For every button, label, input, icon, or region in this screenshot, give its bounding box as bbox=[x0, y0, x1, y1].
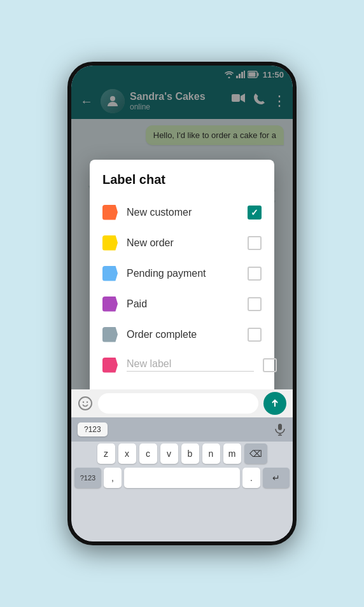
phone-frame: 11:50 ← Sandra's Cakes online bbox=[67, 62, 297, 545]
phone-screen: 11:50 ← Sandra's Cakes online bbox=[71, 66, 293, 541]
key-enter[interactable]: ↵ bbox=[263, 468, 290, 488]
key-z[interactable]: z bbox=[97, 443, 115, 464]
keyboard-special-key[interactable]: ?123 bbox=[78, 422, 108, 436]
key-c[interactable]: c bbox=[139, 443, 157, 464]
label-color-icon bbox=[102, 358, 118, 373]
label-list: New customer New order Pending payment bbox=[90, 197, 274, 380]
label-color-icon bbox=[102, 235, 118, 251]
keyboard-microphone-icon[interactable] bbox=[274, 423, 286, 436]
key-v[interactable]: v bbox=[160, 443, 178, 464]
svg-point-9 bbox=[79, 397, 92, 410]
key-x[interactable]: x bbox=[118, 443, 136, 464]
label-text: New order bbox=[127, 237, 239, 249]
list-item[interactable]: Paid bbox=[90, 289, 274, 319]
list-item[interactable]: New order bbox=[90, 228, 274, 258]
key-backspace[interactable]: ⌫ bbox=[244, 443, 267, 464]
key-period[interactable]: . bbox=[242, 468, 260, 488]
keyboard-row-2: ?123 , . ↵ bbox=[71, 466, 293, 490]
svg-point-10 bbox=[83, 401, 84, 403]
list-item[interactable]: Order complete bbox=[90, 319, 274, 350]
label-checkbox[interactable] bbox=[248, 328, 262, 342]
svg-rect-12 bbox=[278, 424, 282, 430]
label-text: New customer bbox=[127, 207, 239, 218]
dialog-title: Label chat bbox=[90, 172, 274, 197]
list-item[interactable]: Pending payment bbox=[90, 258, 274, 289]
keyboard: ?123 z x c v b n m ⌫ ?123 bbox=[71, 417, 293, 541]
new-label-item[interactable] bbox=[90, 350, 274, 380]
label-color-icon bbox=[102, 266, 118, 281]
key-m[interactable]: m bbox=[223, 443, 241, 464]
label-color-icon bbox=[102, 327, 118, 342]
emoji-icon[interactable] bbox=[78, 396, 93, 411]
message-input[interactable] bbox=[98, 393, 258, 414]
label-text: Order complete bbox=[127, 329, 239, 340]
label-color-icon bbox=[102, 205, 118, 220]
chat-input-bar bbox=[71, 389, 293, 417]
label-checkbox[interactable] bbox=[248, 267, 262, 281]
key-space[interactable] bbox=[124, 468, 240, 488]
label-text: Paid bbox=[127, 298, 239, 310]
label-color-icon bbox=[102, 297, 118, 312]
new-label-checkbox[interactable] bbox=[263, 358, 277, 372]
label-text: Pending payment bbox=[127, 268, 239, 279]
keyboard-top-bar: ?123 bbox=[71, 417, 293, 442]
key-n[interactable]: n bbox=[202, 443, 220, 464]
keyboard-row-1: z x c v b n m ⌫ bbox=[71, 442, 293, 466]
key-b[interactable]: b bbox=[181, 443, 199, 464]
label-checkbox[interactable] bbox=[248, 236, 262, 250]
list-item[interactable]: New customer bbox=[90, 197, 274, 228]
label-checkbox[interactable] bbox=[248, 297, 262, 311]
key-comma[interactable]: , bbox=[104, 468, 122, 488]
key-123[interactable]: ?123 bbox=[74, 468, 101, 488]
svg-point-11 bbox=[87, 401, 88, 403]
new-label-input[interactable] bbox=[127, 358, 254, 372]
send-button[interactable] bbox=[263, 392, 286, 415]
label-checkbox[interactable] bbox=[248, 206, 262, 220]
